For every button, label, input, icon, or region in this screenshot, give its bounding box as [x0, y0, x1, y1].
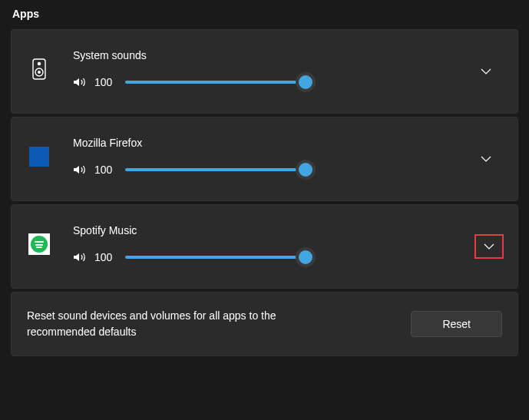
- section-title: Apps: [11, 8, 518, 20]
- firefox-icon: [27, 147, 51, 167]
- volume-slider[interactable]: [125, 75, 313, 89]
- reset-description: Reset sound devices and volumes for all …: [27, 308, 334, 340]
- app-name-label: System sounds: [73, 49, 502, 61]
- svg-point-1: [38, 63, 41, 65]
- volume-icon: [73, 251, 87, 263]
- spotify-icon: [27, 233, 51, 255]
- volume-slider[interactable]: [125, 163, 313, 177]
- chevron-down-icon: [481, 68, 491, 74]
- expand-button[interactable]: [474, 150, 498, 168]
- expand-button[interactable]: [474, 234, 504, 259]
- volume-value: 100: [94, 76, 117, 88]
- reset-row: Reset sound devices and volumes for all …: [11, 292, 518, 356]
- speaker-device-icon: [27, 58, 51, 80]
- reset-button[interactable]: Reset: [411, 311, 502, 337]
- expand-button[interactable]: [474, 62, 498, 81]
- volume-value: 100: [94, 164, 117, 176]
- app-name-label: Mozilla Firefox: [73, 137, 502, 149]
- app-row-system-sounds: System sounds 100: [11, 29, 518, 114]
- volume-icon: [73, 164, 87, 176]
- app-row-firefox: Mozilla Firefox 100: [11, 117, 518, 201]
- app-name-label: Spotify Music: [73, 224, 502, 236]
- volume-icon: [73, 76, 87, 88]
- chevron-down-icon: [481, 156, 491, 162]
- chevron-down-icon: [484, 243, 494, 250]
- volume-value: 100: [94, 251, 117, 263]
- svg-point-3: [38, 71, 40, 73]
- app-row-spotify: Spotify Music 100: [11, 204, 518, 289]
- volume-slider[interactable]: [125, 250, 313, 264]
